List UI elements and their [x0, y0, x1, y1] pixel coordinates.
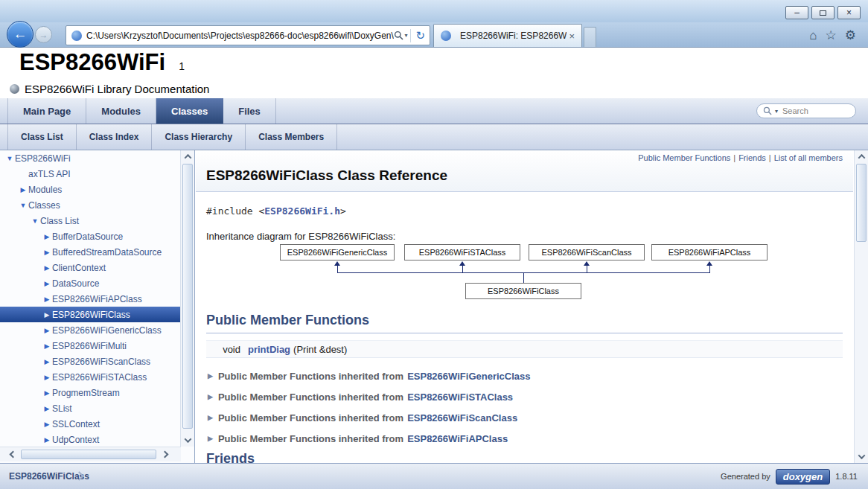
- scrollbar-thumb[interactable]: [21, 450, 156, 459]
- tab-modules[interactable]: Modules: [86, 98, 156, 124]
- sidebar-item-progmemstream[interactable]: ▶ProgmemStream: [0, 385, 181, 400]
- scroll-down-button[interactable]: [855, 450, 868, 463]
- window-titlebar: – ×: [0, 0, 868, 22]
- address-bar[interactable]: C:\Users\Krzysztof\Documents\Projects\es…: [66, 25, 430, 45]
- scroll-up-button[interactable]: [181, 150, 194, 163]
- tab-main-page[interactable]: Main Page: [7, 98, 86, 124]
- maximize-button[interactable]: [811, 6, 835, 19]
- inherited-class-link[interactable]: ESP8266WiFiSTAClass: [407, 391, 513, 403]
- search-input[interactable]: ▾ Search: [756, 103, 856, 118]
- expand-arrow-icon[interactable]: ▶: [42, 358, 52, 365]
- tools-icon[interactable]: ⚙: [845, 26, 856, 45]
- sidebar-item-esp8266wifi[interactable]: ▼ESP8266WiFi: [0, 150, 181, 166]
- diagram-parent-box[interactable]: ESP8266WiFiGenericClass: [280, 244, 395, 261]
- expand-arrow-icon[interactable]: ▶: [18, 186, 28, 194]
- subtab-class-members[interactable]: Class Members: [246, 124, 337, 150]
- subtab-class-hierarchy[interactable]: Class Hierarchy: [152, 124, 246, 150]
- sidebar-item-esp8266wifigenericclass[interactable]: ▶ESP8266WiFiGenericClass: [0, 322, 181, 338]
- sidebar-item-axtls-api[interactable]: axTLS API: [0, 166, 181, 182]
- inherited-members-row[interactable]: ▶ Public Member Functions inherited from…: [208, 430, 508, 447]
- favorites-icon[interactable]: ☆: [826, 26, 837, 45]
- forward-button[interactable]: →: [35, 26, 52, 43]
- address-text[interactable]: C:\Users\Krzysztof\Documents\Projects\es…: [86, 31, 394, 41]
- sidebar-item-bufferedstreamdatasource[interactable]: ▶BufferedStreamDataSource: [0, 244, 181, 260]
- inherited-members-row[interactable]: ▶ Public Member Functions inherited from…: [208, 409, 517, 426]
- diagram-parent-box[interactable]: ESP8266WiFiScanClass: [529, 244, 645, 261]
- inherited-class-link[interactable]: ESP8266WiFiAPClass: [407, 433, 508, 444]
- sidebar-item-esp8266wificlass[interactable]: ▶ESP8266WiFiClass: [0, 307, 181, 322]
- subtab-class-list[interactable]: Class List: [7, 124, 77, 150]
- inherited-class-link[interactable]: ESP8266WiFiScanClass: [407, 412, 517, 424]
- expand-arrow-icon[interactable]: ▶: [42, 311, 52, 319]
- summary-links: Public Member Functions|Friends|List of …: [638, 153, 843, 162]
- sidebar-item-slist[interactable]: ▶SList: [0, 400, 181, 416]
- expand-arrow-icon[interactable]: ▶: [42, 421, 52, 428]
- sidebar-item-esp8266wifistaclass[interactable]: ▶ESP8266WiFiSTAClass: [0, 369, 181, 385]
- include-file-link[interactable]: ESP8266WiFi.h: [264, 205, 340, 217]
- include-statement: #include <ESP8266WiFi.h>: [206, 205, 346, 217]
- scrollbar-thumb[interactable]: [856, 164, 867, 242]
- home-icon[interactable]: ⌂: [809, 26, 817, 45]
- content-vertical-scrollbar[interactable]: [854, 150, 868, 463]
- inherited-members-row[interactable]: ▶ Public Member Functions inherited from…: [208, 368, 530, 384]
- expand-arrow-icon[interactable]: ▼: [4, 155, 15, 162]
- expand-arrow-icon[interactable]: ▶: [42, 280, 52, 287]
- expand-arrow-icon[interactable]: ▶: [42, 405, 52, 412]
- scroll-left-button[interactable]: [6, 447, 19, 461]
- tab-stub[interactable]: [584, 27, 596, 47]
- tab-close-icon[interactable]: ×: [567, 31, 577, 42]
- diagram-parent-box[interactable]: ESP8266WiFiSTAClass: [404, 244, 520, 261]
- expand-arrow-icon[interactable]: ▶: [42, 436, 52, 444]
- expand-arrow-icon[interactable]: ▶: [42, 295, 52, 303]
- expand-arrow-icon[interactable]: ▶: [42, 342, 52, 350]
- sidebar-horizontal-scrollbar[interactable]: [0, 447, 181, 461]
- back-button[interactable]: ←: [7, 21, 33, 48]
- sidebar-item-classes[interactable]: ▼Classes: [0, 197, 181, 213]
- sidebar-vertical-scrollbar[interactable]: [180, 150, 194, 447]
- search-icon[interactable]: [394, 31, 403, 40]
- expand-arrow-icon[interactable]: ▶: [42, 233, 52, 240]
- close-button[interactable]: ×: [837, 6, 861, 19]
- sidebar-item-label: ESP8266WiFiScanClass: [52, 357, 150, 367]
- link-list-of-all-members[interactable]: List of all members: [774, 153, 843, 162]
- sidebar-item-esp8266wifiapclass[interactable]: ▶ESP8266WiFiAPClass: [0, 291, 181, 307]
- inheritance-diagram: ESP8266WiFiGenericClass ESP8266WiFiSTACl…: [196, 243, 853, 307]
- diagram-child-box[interactable]: ESP8266WiFiClass: [465, 283, 581, 299]
- sidebar-item-class-list[interactable]: ▼Class List: [0, 213, 181, 228]
- tab-files[interactable]: Files: [223, 98, 276, 124]
- inherited-class-link[interactable]: ESP8266WiFiGenericClass: [407, 371, 530, 382]
- search-scope-caret-icon[interactable]: ▾: [775, 108, 778, 115]
- tab-classes[interactable]: Classes: [156, 98, 223, 124]
- expand-arrow-icon[interactable]: ▶: [42, 374, 52, 381]
- scroll-right-button[interactable]: [158, 447, 171, 461]
- expand-arrow-icon[interactable]: ▼: [30, 217, 40, 225]
- sidebar-item-sslcontext[interactable]: ▶SSLContext: [0, 416, 181, 432]
- sidebar-item-datasource[interactable]: ▶DataSource: [0, 275, 181, 291]
- browser-tab[interactable]: ESP8266WiFi: ESP8266WiFi... ×: [433, 24, 582, 47]
- expand-arrow-icon[interactable]: ▶: [42, 389, 52, 397]
- search-dropdown-icon[interactable]: ▾: [404, 32, 407, 39]
- diagram-parent-box[interactable]: ESP8266WiFiAPClass: [651, 244, 768, 261]
- sidebar-item-bufferdatasource[interactable]: ▶BufferDataSource: [0, 228, 181, 244]
- tab-title: ESP8266WiFi: ESP8266WiFi...: [460, 31, 567, 41]
- sidebar-item-udpcontext[interactable]: ▶UdpContext: [0, 432, 181, 447]
- expand-arrow-icon[interactable]: ▼: [18, 202, 28, 209]
- scrollbar-thumb[interactable]: [182, 164, 193, 429]
- member-name-link[interactable]: printDiag: [248, 344, 290, 355]
- expand-arrow-icon[interactable]: ▶: [42, 264, 52, 272]
- inherited-members-row[interactable]: ▶ Public Member Functions inherited from…: [208, 389, 513, 405]
- minimize-button[interactable]: –: [785, 6, 808, 19]
- refresh-icon[interactable]: ↻: [414, 29, 427, 42]
- sidebar-item-modules[interactable]: ▶Modules: [0, 182, 181, 197]
- sidebar-item-esp8266wifimulti[interactable]: ▶ESP8266WiFiMulti: [0, 338, 181, 354]
- expand-arrow-icon[interactable]: ▶: [42, 249, 52, 256]
- expand-arrow-icon[interactable]: ▶: [42, 327, 52, 334]
- sidebar-item-clientcontext[interactable]: ▶ClientContext: [0, 260, 181, 275]
- link-public-member-functions[interactable]: Public Member Functions: [638, 153, 730, 162]
- link-friends[interactable]: Friends: [738, 153, 766, 162]
- doxygen-logo[interactable]: doxygen: [776, 469, 830, 485]
- sidebar-item-esp8266wifiscanclass[interactable]: ▶ESP8266WiFiScanClass: [0, 354, 181, 369]
- scroll-down-button[interactable]: [181, 434, 194, 447]
- scroll-up-button[interactable]: [855, 150, 868, 163]
- subtab-class-index[interactable]: Class Index: [77, 124, 153, 150]
